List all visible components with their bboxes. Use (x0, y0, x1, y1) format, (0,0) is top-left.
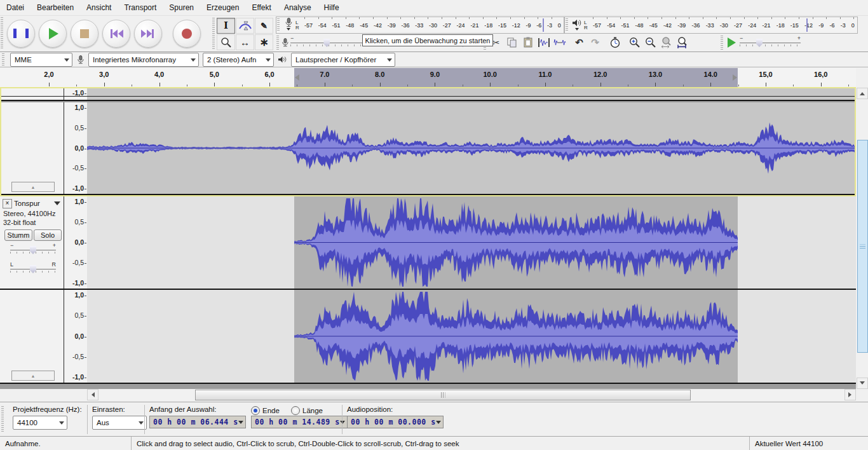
skip-to-end-button[interactable] (134, 20, 162, 48)
toolbar-grip[interactable] (212, 18, 215, 50)
playback-meter[interactable]: LR -57-54-51-48-45-42-39-36-33-30-27-24-… (564, 17, 858, 34)
selection-tool-button[interactable]: I (217, 18, 235, 34)
redo-button[interactable]: ↷ (587, 35, 603, 50)
microphone-icon (281, 38, 289, 48)
waveform-right-channel[interactable] (294, 290, 738, 383)
selection-start-field[interactable]: 00 h 00 m 06.444 s (149, 416, 246, 428)
record-button[interactable] (173, 20, 201, 48)
play-button[interactable] (39, 20, 67, 48)
pencil-icon: ✎ (261, 22, 268, 30)
track-tonspur[interactable]: × Tonspur Stereo, 44100Hz 32-bit float S… (0, 196, 856, 384)
recording-volume-slider[interactable]: − + (289, 35, 373, 50)
playback-device-dropdown[interactable]: Lautsprecher / Kopfhörer (291, 53, 395, 67)
scroll-left-button[interactable] (87, 389, 98, 400)
monitoring-tooltip[interactable]: Klicken, um die Überwachung zu starten (362, 34, 493, 46)
track-partial[interactable]: -1,0 (0, 88, 856, 101)
arrow-down-icon (860, 381, 865, 387)
stereo-channel-left[interactable]: 1,00,50,0-0,5-1,0 (0, 196, 856, 289)
undo-button[interactable]: ↶ (571, 35, 587, 50)
fit-project-button[interactable] (674, 35, 690, 50)
menu-item-erzeugen[interactable]: Erzeugen (200, 0, 245, 15)
skip-to-start-button[interactable] (102, 20, 130, 48)
track-control-panel[interactable]: ▲ (0, 102, 64, 194)
timeline-ruler[interactable]: 2,03,04,05,06,07.08.09.010.011.012.013.0… (0, 68, 856, 88)
timeline-major-tick (766, 83, 766, 86)
trim-audio-button[interactable] (536, 35, 552, 50)
playback-speed-slider[interactable]: − + (738, 35, 802, 50)
waveform-left-channel[interactable] (294, 196, 738, 289)
stereo-channel-right[interactable]: 1,00,50,0-0,5-1,0 (0, 290, 856, 383)
track-control-panel[interactable] (0, 88, 64, 100)
track-mono[interactable]: ▲ 1,00,50,0-0,5-1,0 (0, 102, 856, 195)
pause-button[interactable] (7, 20, 35, 48)
copy-button[interactable] (504, 35, 520, 50)
recording-channels-dropdown[interactable]: 2 (Stereo) Aufn (203, 53, 274, 67)
toolbar-grip[interactable] (721, 36, 723, 50)
vertical-scale-ruler[interactable]: 1,00,50,0-0,5-1,0 (64, 102, 87, 194)
toolbar-grip[interactable] (276, 36, 279, 50)
fit-selection-button[interactable] (658, 35, 674, 50)
menu-item-bearbeiten[interactable]: Bearbeiten (31, 0, 80, 15)
snap-to-dropdown[interactable]: Aus (92, 416, 147, 430)
vertical-scale-ruler[interactable]: -1,0 (64, 88, 87, 100)
playback-device-value: Lautsprecher / Kopfhörer (295, 56, 376, 64)
recording-device-dropdown[interactable]: Integriertes Mikrofonarray (88, 53, 199, 67)
track-area[interactable]: -1,0 ▲ 1,00,50,0-0,5-1,0 × Tonspur Stere… (0, 88, 856, 389)
toolbar-grip[interactable] (566, 18, 568, 32)
timeline-tick-label: 7.0 (320, 71, 329, 78)
play-at-speed-button[interactable] (725, 38, 738, 48)
horizontal-scrollbar[interactable] (87, 389, 856, 400)
stop-button[interactable] (71, 20, 98, 48)
menu-item-effekt[interactable]: Effekt (245, 0, 277, 15)
menu-item-hilfe[interactable]: Hilfe (318, 0, 346, 15)
timeline-selection[interactable] (294, 68, 738, 87)
waveform-area[interactable] (87, 290, 856, 383)
selected-audio-clip[interactable] (294, 290, 738, 383)
menu-item-ansicht[interactable]: Ansicht (80, 0, 118, 15)
zoom-out-button[interactable] (642, 35, 658, 50)
sync-lock-button[interactable] (607, 35, 623, 50)
multi-tool-button[interactable]: ∗ (255, 34, 273, 50)
vertical-scrollbar[interactable] (857, 88, 868, 389)
waveform-area[interactable] (87, 88, 856, 100)
zoom-tool-button[interactable] (217, 34, 235, 50)
paste-button[interactable] (520, 35, 536, 50)
vertical-scale-ruler[interactable]: 1,00,50,0-0,5-1,0 (64, 196, 87, 289)
vertical-scale-ruler[interactable]: 1,00,50,0-0,5-1,0 (64, 290, 87, 383)
menu-item-analyse[interactable]: Analyse (278, 0, 318, 15)
snap-to-label: Einrasten: (92, 406, 125, 413)
scroll-down-button[interactable] (857, 378, 868, 389)
timeshift-tool-button[interactable]: ↔ (236, 34, 254, 50)
recording-meter[interactable]: LR -57-54-51-48-45-42-39-36-33-30-27-24-… (276, 17, 564, 34)
toolbar-separator (87, 405, 88, 434)
waveform-area[interactable] (87, 196, 856, 289)
selection-length-radio[interactable]: Länge (291, 406, 323, 415)
scroll-right-button[interactable] (844, 389, 856, 400)
horizontal-scrollbar-thumb[interactable] (195, 390, 691, 400)
selection-end-field[interactable]: 00 h 00 m 14.489 s (251, 416, 348, 428)
menu-item-transport[interactable]: Transport (118, 0, 163, 15)
selected-audio-clip[interactable] (294, 196, 738, 289)
menu-item-datei[interactable]: Datei (0, 0, 31, 15)
toolbar-grip[interactable] (2, 53, 4, 65)
vertical-scrollbar-thumb[interactable] (857, 140, 868, 353)
selection-end-radio[interactable]: Ende (251, 406, 280, 415)
envelope-tool-button[interactable] (236, 18, 254, 34)
meter-scale-value: -21 (470, 22, 478, 29)
toolbar-grip[interactable] (277, 18, 280, 32)
silence-audio-button[interactable] (552, 35, 567, 50)
toolbar-grip[interactable] (1, 17, 3, 50)
audio-position-field[interactable]: 00 h 00 m 00.000 s (347, 416, 444, 428)
toolbar-grip[interactable] (1, 406, 4, 433)
audio-host-dropdown[interactable]: MME (10, 53, 72, 67)
draw-tool-button[interactable]: ✎ (255, 18, 273, 34)
menu-item-spuren[interactable]: Spuren (163, 0, 200, 15)
project-rate-dropdown[interactable]: 44100 (13, 416, 67, 430)
waveform-area[interactable] (87, 102, 856, 194)
selection-start-label: Anfang der Auswahl: (149, 406, 217, 413)
timeline-minor-tick (187, 85, 187, 86)
collapse-track-button[interactable]: ▲ (11, 182, 55, 192)
zoom-in-button[interactable] (627, 35, 642, 50)
waveform-mono[interactable] (87, 102, 856, 194)
scroll-up-button[interactable] (857, 88, 868, 99)
